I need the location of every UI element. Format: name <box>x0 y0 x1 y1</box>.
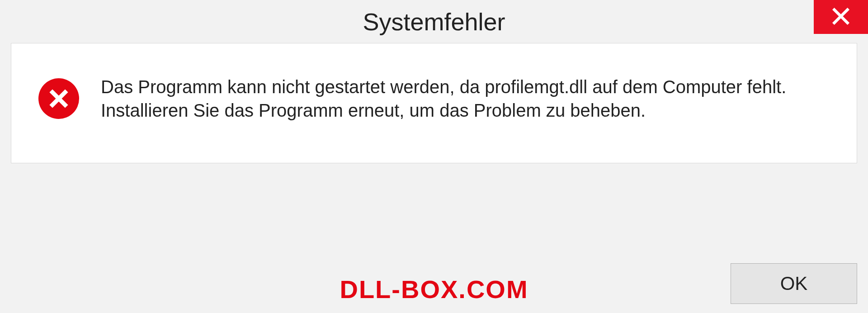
error-icon <box>38 78 79 119</box>
titlebar: Systemfehler <box>0 0 868 43</box>
dialog-title: Systemfehler <box>363 8 505 36</box>
ok-button[interactable]: OK <box>731 263 857 304</box>
content-panel: Das Programm kann nicht gestartet werden… <box>11 43 857 163</box>
error-dialog: Systemfehler Das Programm kann nicht ges… <box>0 0 868 313</box>
ok-button-label: OK <box>780 273 808 294</box>
close-button[interactable] <box>814 0 868 34</box>
dialog-footer: OK <box>0 263 868 304</box>
close-icon <box>830 5 852 29</box>
error-message: Das Programm kann nicht gestartet werden… <box>101 75 830 122</box>
